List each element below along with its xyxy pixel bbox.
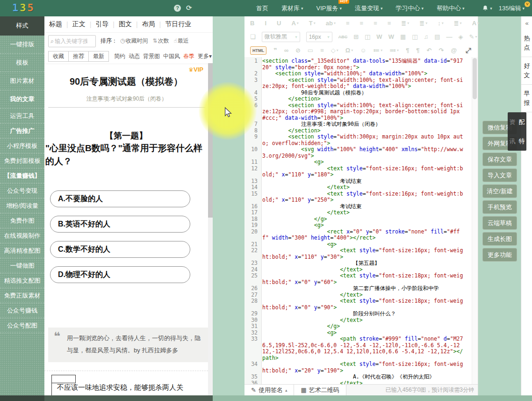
sidebar-item-one-click-layout[interactable]: 一键排版: [0, 36, 44, 54]
scrollbar-thumb[interactable]: [208, 63, 213, 218]
unordered-list-icon[interactable]: ≕▾: [389, 47, 399, 54]
style-tab-5[interactable]: 节日行业: [165, 20, 191, 29]
code-line[interactable]: 5 </section>: [244, 96, 471, 102]
align-left-icon[interactable]: ≡: [346, 20, 350, 27]
code-line[interactable]: 15 <text style="font-size:16px; font-wei…: [244, 191, 471, 204]
sidebar-item-free-stock-material[interactable]: 免费正版素材: [0, 288, 44, 303]
strikethrough-icon[interactable]: ABC: [338, 35, 348, 39]
nav-item-help-center[interactable]: 帮助中心▾: [437, 4, 465, 13]
code-line[interactable]: 19 <g>: [244, 222, 471, 229]
style-tab-2[interactable]: 引导: [95, 20, 108, 29]
strip-tab-morning-report[interactable]: 早报: [521, 85, 532, 112]
sidebar-item-account-earning[interactable]: 公众号赚钱: [0, 303, 44, 318]
highlight-icon[interactable]: ab▾: [326, 20, 336, 27]
filter-link-chinese-style[interactable]: 中国风: [163, 52, 180, 60]
notifications-menu[interactable]: ▾: [482, 5, 492, 12]
unlink-icon[interactable]: ⊘: [295, 47, 301, 54]
style-tab-3[interactable]: 图文: [119, 20, 132, 29]
font-size-select[interactable]: 16px▾: [306, 32, 332, 42]
filter-button-0[interactable]: 收藏: [48, 51, 69, 62]
format-brush-icon[interactable]: ✎▾: [469, 33, 477, 40]
strip-tab-good-articles[interactable]: 好文: [521, 57, 532, 85]
sidebar-item-featured-post-images[interactable]: 精选推文配图: [0, 273, 44, 288]
sort-option-recent[interactable]: ☝最近: [174, 37, 189, 45]
italic-icon[interactable]: I: [265, 20, 266, 27]
sidebar-item-templates[interactable]: 模板: [0, 54, 44, 72]
style-tab-0[interactable]: 标题: [49, 20, 62, 29]
sidebar-item-one-click-design[interactable]: 一键做图: [0, 258, 44, 273]
more-features-button[interactable]: 更多功能: [482, 248, 517, 262]
sort-option-use-count[interactable]: ⇅次数: [152, 37, 169, 45]
nav-item-material-library[interactable]: 素材库▾: [281, 4, 303, 13]
code-area[interactable]: 1<section class="_135editor" data-tools=…: [244, 57, 478, 385]
code-line[interactable]: 2 <section style="width:100%;" data-widt…: [244, 71, 471, 77]
new-doc-icon[interactable]: ❏: [250, 33, 256, 40]
sidebar-item-account-images[interactable]: 公众号配图: [0, 318, 44, 333]
nav-item-vip-services[interactable]: VIP服务HOT▾: [316, 4, 342, 13]
code-line[interactable]: 31 </g>: [244, 323, 471, 330]
strip-tab-hot-topics[interactable]: 热点: [521, 29, 532, 57]
use-signature-button[interactable]: ✎ 使用签名 ▴: [244, 385, 294, 395]
sidebar-item-my-articles[interactable]: 我的文章: [0, 90, 44, 109]
code-line[interactable]: 4 90后专属测试题（模拟卷）: [244, 90, 471, 96]
sidebar-item-style[interactable]: 样式: [0, 16, 44, 36]
sidebar-item-ad-promotion[interactable]: 广告推广: [0, 124, 44, 139]
code-line[interactable]: 35 A.《时代在召唤》《初升的太阳》: [244, 374, 471, 380]
sidebar-item-hd-accurate-images[interactable]: 高清精准配图: [0, 243, 44, 258]
code-line[interactable]: 17 </text>: [244, 210, 471, 216]
code-line[interactable]: 34 <text style="font-size:16px; font-wei…: [244, 361, 471, 374]
blockquote-icon[interactable]: ❞: [273, 47, 277, 54]
align-justify-icon[interactable]: ≡: [388, 20, 391, 27]
code-line[interactable]: 14 </text>: [244, 184, 471, 191]
user-menu[interactable]: 135编辑 V ▾: [499, 4, 527, 13]
code-line[interactable]: 8 </section>: [244, 128, 471, 134]
search-input[interactable]: [54, 37, 88, 45]
app-logo[interactable]: 135: [12, 2, 35, 14]
indent-icon[interactable]: ≣▾: [401, 20, 409, 27]
filter-link-more[interactable]: 更多▾: [198, 52, 212, 60]
music-icon[interactable]: ♫: [424, 33, 429, 40]
sidebar-item-image-material[interactable]: 图片素材: [0, 72, 44, 90]
code-line[interactable]: 11 <g>: [244, 159, 471, 166]
link-icon[interactable]: ∞: [284, 47, 288, 54]
code-line[interactable]: 24 </text>: [244, 267, 471, 273]
filter-link-simple[interactable]: 简约: [114, 52, 125, 60]
eraser-icon[interactable]: ◈: [459, 33, 463, 40]
table-icon[interactable]: ⊞: [353, 33, 359, 40]
code-line[interactable]: 12 <text style="font-size:16px; font-wei…: [244, 166, 471, 178]
code-line[interactable]: 30 </text>: [244, 317, 471, 324]
code-line[interactable]: 28 <text style="font-size:18px; font-wei…: [244, 298, 471, 311]
code-line[interactable]: 10 <svg width="100%" height="400" xmlns=…: [244, 146, 471, 159]
word-import-icon[interactable]: W: [388, 33, 394, 40]
code-line[interactable]: 3 <section style="width:100%; text-align…: [244, 77, 471, 90]
code-line[interactable]: 26 第二套广播体操中，小学阶段和中学: [244, 285, 471, 292]
emoji-icon[interactable]: ☺: [360, 47, 366, 54]
font-color-icon[interactable]: A▾: [291, 20, 298, 27]
import-article-button[interactable]: 导入文章: [482, 168, 517, 182]
sidebar-item-traffic-money[interactable]: 【流量赚钱】: [0, 168, 44, 183]
code-line[interactable]: 20 <rect x="0" y="0" stroke="none" fill=…: [244, 229, 471, 241]
nav-item-traffic-monetization[interactable]: 流量变现▾: [355, 4, 383, 13]
ordered-list-icon[interactable]: ≔▾: [373, 47, 382, 54]
image-icon[interactable]: ▦: [400, 33, 406, 40]
summary-icon[interactable]: ≡: [320, 47, 324, 54]
align-center-icon[interactable]: ≡: [360, 20, 364, 27]
nav-item-learning-center[interactable]: 学习中心▾: [396, 4, 424, 13]
art-qrcode-button[interactable]: ▦ 艺术二维码: [294, 385, 346, 395]
sidebar-item-followers-reads[interactable]: 增粉/阅读量: [0, 198, 44, 213]
long-image-button[interactable]: 生成长图: [482, 232, 517, 246]
text-style-icon[interactable]: T▾: [309, 20, 316, 27]
undo-icon[interactable]: ↶: [427, 47, 432, 54]
redo-icon[interactable]: ↷: [439, 47, 444, 54]
filter-button-1[interactable]: 推荐: [68, 51, 89, 62]
sidebar-item-online-video[interactable]: 在线视频制作: [0, 228, 44, 243]
code-line[interactable]: 13 考试结束: [244, 178, 471, 185]
code-line[interactable]: 33 <path stroke="#999" fill="none" d="M2…: [244, 336, 471, 361]
layout-block-icon[interactable]: ▭: [308, 47, 313, 54]
template-preview-card[interactable]: ♛VIP 90后专属测试题（模拟卷） 注意事项:考试对象90后（闭卷） 【第一题…: [44, 63, 208, 395]
gallery-icon[interactable]: ◫: [412, 33, 417, 40]
phone-preview-button[interactable]: 手机预览: [482, 200, 517, 214]
style-tab-1[interactable]: 正文: [72, 20, 86, 29]
refresh-icon[interactable]: ⟳: [186, 4, 192, 12]
save-article-button[interactable]: 保存文章: [482, 153, 517, 166]
